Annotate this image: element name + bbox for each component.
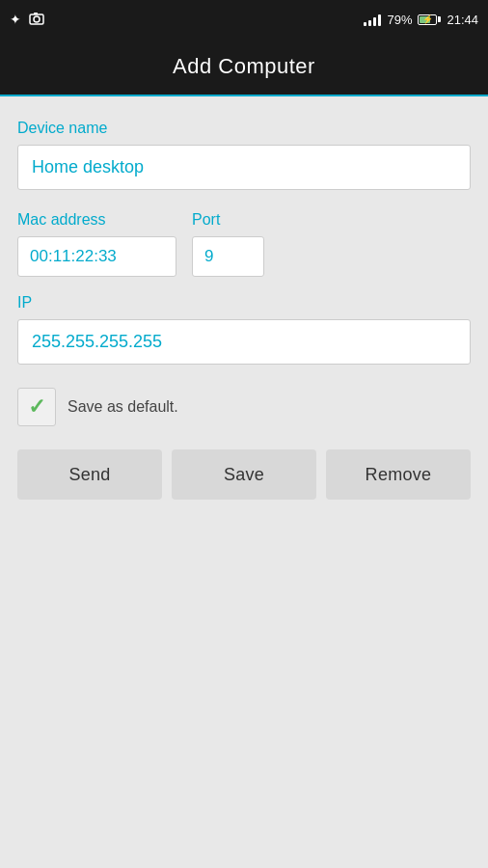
device-name-input[interactable] — [17, 145, 471, 190]
signal-bar-1 — [364, 22, 366, 26]
status-bar-left: ✦ — [10, 12, 44, 28]
device-name-label: Device name — [17, 120, 471, 137]
status-bar-right: 79% ⚡ 21:44 — [364, 13, 478, 27]
battery-icon: ⚡ — [418, 14, 441, 25]
page-title: Add Computer — [173, 54, 315, 79]
save-default-checkbox[interactable]: ✓ — [17, 388, 56, 426]
port-group: Port — [192, 207, 264, 277]
ip-label: IP — [17, 294, 471, 312]
battery-percent: 79% — [387, 13, 412, 27]
content-area: Device name Mac address Port IP ✓ Save a… — [0, 96, 488, 519]
ip-input[interactable] — [17, 319, 471, 365]
signal-bar-3 — [373, 17, 376, 26]
svg-point-1 — [34, 16, 40, 22]
mac-port-row: Mac address Port — [17, 207, 471, 277]
time: 21:44 — [447, 13, 478, 27]
status-bar: ✦ 79% ⚡ 21:44 — [0, 0, 488, 39]
mac-address-label: Mac address — [17, 211, 176, 229]
buttons-row: Send Save Remove — [17, 449, 471, 500]
title-bar: Add Computer — [0, 39, 488, 96]
remove-button[interactable]: Remove — [326, 449, 471, 500]
photo-icon — [29, 12, 44, 28]
save-default-row: ✓ Save as default. — [17, 388, 471, 426]
svg-rect-2 — [34, 13, 38, 14]
save-default-label: Save as default. — [68, 398, 178, 416]
port-input[interactable] — [192, 236, 264, 277]
usb-icon: ✦ — [10, 12, 21, 27]
send-button[interactable]: Send — [17, 449, 162, 500]
mac-address-input[interactable] — [17, 236, 176, 277]
mac-address-group: Mac address — [17, 207, 176, 277]
signal-bar-4 — [378, 14, 381, 26]
signal-bar-2 — [368, 20, 371, 26]
save-button[interactable]: Save — [172, 449, 316, 500]
port-label: Port — [192, 211, 264, 229]
signal-bars — [364, 13, 381, 26]
checkmark-icon: ✓ — [28, 394, 45, 420]
